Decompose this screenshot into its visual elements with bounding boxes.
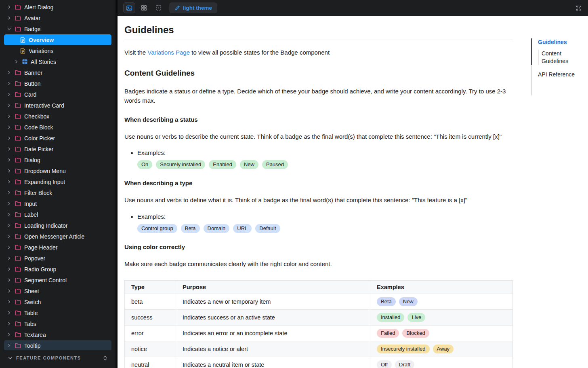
sidebar-item-overview[interactable]: Overview — [4, 34, 111, 45]
status-examples-list: Examples: OnSecurely installedEnabledNew… — [124, 148, 513, 169]
folder-icon — [15, 157, 21, 163]
chevron-right-icon[interactable] — [7, 169, 12, 173]
chevron-down-icon[interactable] — [8, 356, 13, 360]
sidebar-item-tabs[interactable]: Tabs — [4, 318, 111, 329]
sidebar-item-sheet[interactable]: Sheet — [4, 286, 111, 296]
chevron-right-icon[interactable] — [7, 147, 12, 151]
folder-icon — [15, 299, 21, 305]
folder-icon — [15, 190, 21, 195]
badge-beta: Beta — [377, 297, 396, 306]
chevron-right-icon[interactable] — [7, 213, 12, 216]
theme-toggle-button[interactable]: light theme — [169, 2, 217, 13]
chevron-right-icon[interactable] — [7, 93, 12, 96]
sidebar-item-color-picker[interactable]: Color Picker — [4, 133, 111, 144]
folder-icon — [15, 310, 21, 315]
sidebar-item-tooltip[interactable]: Tooltip — [4, 340, 111, 350]
chevron-right-icon[interactable] — [7, 278, 12, 282]
fullscreen-button[interactable] — [575, 5, 582, 11]
chevron-down-icon[interactable] — [7, 27, 12, 31]
sidebar-item-button[interactable]: Button — [4, 78, 111, 89]
sidebar-item-switch[interactable]: Switch — [4, 296, 111, 307]
toc-subsection: Content Guidelines — [538, 50, 575, 65]
canvas-preview-button[interactable] — [123, 2, 135, 13]
collapse-expand-all-icon[interactable] — [103, 355, 107, 361]
chevron-right-icon[interactable] — [7, 5, 12, 9]
chevron-right-icon[interactable] — [7, 191, 12, 195]
sidebar-item-badge[interactable]: Badge — [4, 23, 111, 34]
sidebar-item-popover[interactable]: Popover — [4, 253, 111, 264]
chevron-right-icon[interactable] — [15, 60, 19, 63]
status-badge-row: OnSecurely installedEnabledNewPaused — [137, 160, 513, 169]
chevron-right-icon[interactable] — [7, 114, 12, 118]
folder-icon — [15, 15, 21, 21]
chevron-right-icon[interactable] — [7, 136, 12, 140]
sidebar-item-textarea[interactable]: Textarea — [4, 329, 111, 340]
sidebar-item-segment-control[interactable]: Segment Control — [4, 275, 111, 286]
paintbrush-icon — [174, 5, 180, 11]
frame-outline-button[interactable] — [152, 2, 164, 13]
chevron-right-icon[interactable] — [7, 333, 12, 336]
badge-blocked: Blocked — [402, 329, 429, 338]
grid-view-button[interactable] — [138, 2, 150, 13]
chevron-right-icon[interactable] — [7, 16, 12, 20]
chevron-right-icon[interactable] — [7, 267, 12, 271]
chevron-right-icon[interactable] — [7, 344, 12, 347]
sidebar-item-alert-dialog[interactable]: Alert Dialog — [4, 2, 111, 13]
chevron-right-icon[interactable] — [7, 224, 12, 227]
toc-item-content-guidelines[interactable]: Content Guidelines — [542, 50, 575, 65]
folder-icon — [15, 212, 21, 217]
content-guidelines-heading: Content Guidelines — [124, 69, 513, 78]
sidebar-item-radio-group[interactable]: Radio Group — [4, 264, 111, 275]
sidebar-item-dropdown-menu[interactable]: Dropdown Menu — [4, 165, 111, 176]
chevron-right-icon[interactable] — [7, 158, 12, 162]
variations-page-link[interactable]: Variations Page — [147, 49, 190, 56]
chevron-right-icon[interactable] — [7, 202, 12, 205]
sidebar-item-label: Expanding Input — [24, 179, 65, 185]
sidebar-item-open-messenger-article[interactable]: Open Messenger Article — [4, 231, 111, 242]
sidebar-item-dialog[interactable]: Dialog — [4, 154, 111, 165]
chevron-right-icon[interactable] — [7, 125, 12, 129]
title-divider — [124, 40, 513, 40]
chevron-right-icon[interactable] — [7, 289, 12, 293]
cell-type: neutral — [125, 357, 176, 368]
toc-item-guidelines[interactable]: Guidelines — [538, 38, 588, 46]
sidebar-item-variations[interactable]: Variations — [4, 45, 111, 56]
sidebar-item-interactive-card[interactable]: Interactive Card — [4, 100, 111, 111]
cell-type: success — [125, 310, 176, 326]
badge-default: Default — [255, 224, 280, 233]
sidebar-item-banner[interactable]: Banner — [4, 67, 111, 78]
sidebar-item-label: Alert Dialog — [24, 4, 53, 11]
sidebar-item-checkbox[interactable]: Checkbox — [4, 111, 111, 122]
chevron-right-icon[interactable] — [7, 256, 12, 260]
cell-examples: FailedBlocked — [370, 326, 513, 341]
chevron-right-icon[interactable] — [7, 82, 12, 85]
chevron-right-icon[interactable] — [7, 71, 12, 74]
sidebar-item-loading-indicator[interactable]: Loading Indicator — [4, 220, 111, 231]
sidebar-item-label: Code Block — [24, 124, 53, 131]
sidebar-item-table[interactable]: Table — [4, 307, 111, 318]
sidebar-item-label[interactable]: Label — [4, 209, 111, 220]
sidebar-item-all-stories[interactable]: All Stories — [4, 56, 111, 67]
theme-toggle-label: light theme — [183, 5, 212, 11]
sidebar-item-label: Input — [24, 201, 37, 207]
chevron-right-icon[interactable] — [7, 180, 12, 184]
sidebar-item-avatar[interactable]: Avatar — [4, 13, 111, 23]
toc-item-api-reference[interactable]: API Reference — [538, 71, 588, 78]
sidebar-item-page-header[interactable]: Page Header — [4, 242, 111, 253]
chevron-right-icon[interactable] — [7, 104, 12, 107]
chevron-right-icon[interactable] — [7, 311, 12, 315]
sidebar-item-date-picker[interactable]: Date Picker — [4, 144, 111, 154]
sidebar-item-input[interactable]: Input — [4, 198, 111, 209]
feature-components-section-label[interactable]: FEATURE COMPONENTS — [16, 355, 99, 360]
sidebar-item-label: Sheet — [24, 288, 39, 294]
sidebar-item-code-block[interactable]: Code Block — [4, 122, 111, 133]
sidebar-item-expanding-input[interactable]: Expanding Input — [4, 176, 111, 187]
sidebar-item-card[interactable]: Card — [4, 89, 111, 100]
chevron-right-icon[interactable] — [7, 235, 12, 238]
examples-label: Examples: — [137, 149, 166, 156]
sidebar-item-filter-block[interactable]: Filter Block — [4, 187, 111, 198]
chevron-right-icon[interactable] — [7, 322, 12, 326]
chevron-right-icon[interactable] — [7, 300, 12, 304]
cell-type: beta — [125, 294, 176, 310]
chevron-right-icon[interactable] — [7, 245, 12, 249]
